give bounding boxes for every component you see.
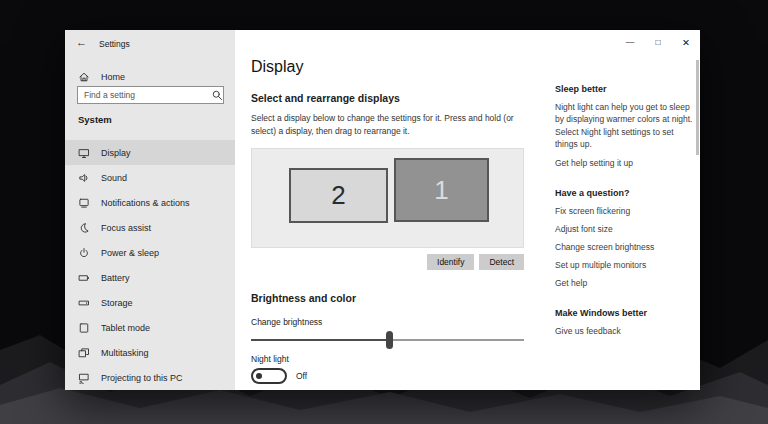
settings-content: — □ ✕ Display Select and rearrange displ… bbox=[235, 30, 700, 390]
projecting-icon bbox=[78, 372, 90, 384]
monitor-2[interactable]: 2 bbox=[289, 168, 388, 223]
sidebar-item-focus-assist[interactable]: Focus assist bbox=[65, 215, 235, 240]
search-input[interactable] bbox=[78, 90, 211, 100]
sidebar-section-system: System bbox=[78, 114, 112, 125]
sidebar-item-label: Projecting to this PC bbox=[101, 373, 183, 383]
focus-assist-icon bbox=[78, 222, 90, 234]
detect-button[interactable]: Detect bbox=[479, 254, 524, 270]
sidebar-item-battery[interactable]: Battery bbox=[65, 265, 235, 290]
have-a-question-heading: Have a question? bbox=[555, 188, 697, 198]
brightness-slider-fill bbox=[251, 339, 390, 341]
battery-icon bbox=[78, 272, 90, 284]
sidebar-item-power-sleep[interactable]: Power & sleep bbox=[65, 240, 235, 265]
sidebar-item-label: Focus assist bbox=[101, 223, 151, 233]
notifications-icon bbox=[78, 197, 90, 209]
sidebar-item-label: Multitasking bbox=[101, 348, 149, 358]
night-light-label: Night light bbox=[251, 354, 289, 364]
link-change-screen-brightness[interactable]: Change screen brightness bbox=[555, 242, 697, 252]
storage-icon bbox=[78, 297, 90, 309]
link-fix-screen-flickering[interactable]: Fix screen flickering bbox=[555, 206, 697, 216]
brightness-heading: Brightness and color bbox=[251, 292, 356, 304]
display-arrangement-canvas: 2 1 bbox=[251, 148, 524, 248]
sidebar-item-label: Storage bbox=[101, 298, 133, 308]
maximize-button[interactable]: □ bbox=[644, 30, 672, 54]
sidebar-item-notifications[interactable]: Notifications & actions bbox=[65, 190, 235, 215]
scrollbar-thumb[interactable] bbox=[696, 60, 699, 155]
sidebar-item-sound[interactable]: Sound bbox=[65, 165, 235, 190]
page-title: Display bbox=[251, 58, 303, 76]
night-light-state: Off bbox=[296, 371, 307, 381]
scrollbar-track bbox=[696, 56, 699, 388]
sleep-better-heading: Sleep better bbox=[555, 84, 697, 94]
identify-button[interactable]: Identify bbox=[427, 254, 474, 270]
rearrange-description: Select a display below to change the set… bbox=[251, 112, 531, 138]
sidebar-item-storage[interactable]: Storage bbox=[65, 290, 235, 315]
tablet-icon bbox=[78, 322, 90, 334]
sidebar-item-label: Notifications & actions bbox=[101, 198, 190, 208]
titlebar[interactable] bbox=[235, 30, 610, 56]
sleep-better-text: Night light can help you get to sleep by… bbox=[555, 101, 697, 150]
monitor-1[interactable]: 1 bbox=[394, 158, 489, 222]
sidebar-item-projecting[interactable]: Projecting to this PC bbox=[65, 365, 235, 390]
sound-icon bbox=[78, 172, 90, 184]
sidebar-item-label: Battery bbox=[101, 273, 130, 283]
sidebar-item-tablet-mode[interactable]: Tablet mode bbox=[65, 315, 235, 340]
minimize-button[interactable]: — bbox=[616, 30, 644, 54]
settings-window: ← Settings Home System Display Sound bbox=[65, 30, 700, 390]
sidebar-item-label: Tablet mode bbox=[101, 323, 150, 333]
night-light-toggle[interactable] bbox=[251, 368, 287, 384]
settings-sidebar: ← Settings Home System Display Sound bbox=[65, 30, 235, 390]
settings-search-box bbox=[77, 86, 224, 104]
sidebar-item-home[interactable]: Home bbox=[65, 66, 235, 88]
sidebar-item-label: Power & sleep bbox=[101, 248, 159, 258]
window-title: Settings bbox=[99, 39, 130, 49]
link-adjust-font-size[interactable]: Adjust font size bbox=[555, 224, 697, 234]
link-get-help[interactable]: Get help bbox=[555, 278, 697, 288]
night-light-row: Off bbox=[251, 368, 307, 384]
toggle-knob bbox=[256, 373, 262, 379]
home-icon bbox=[78, 71, 90, 83]
close-button[interactable]: ✕ bbox=[672, 30, 700, 54]
monitor-buttons-row: Identify Detect bbox=[251, 254, 524, 270]
sidebar-item-label: Sound bbox=[101, 173, 127, 183]
sidebar-item-display[interactable]: Display bbox=[65, 140, 235, 165]
window-controls: — □ ✕ bbox=[616, 30, 700, 54]
search-icon[interactable] bbox=[211, 89, 223, 101]
make-windows-better-heading: Make Windows better bbox=[555, 308, 697, 318]
sidebar-nav: Display Sound Notifications & actions Fo… bbox=[65, 140, 235, 390]
back-button[interactable]: ← bbox=[76, 37, 87, 48]
multitasking-icon bbox=[78, 347, 90, 359]
help-panel: Sleep better Night light can help you ge… bbox=[555, 84, 697, 336]
brightness-slider[interactable] bbox=[251, 330, 524, 350]
sidebar-home-label: Home bbox=[101, 72, 125, 82]
link-give-us-feedback[interactable]: Give us feedback bbox=[555, 326, 697, 336]
sidebar-item-multitasking[interactable]: Multitasking bbox=[65, 340, 235, 365]
link-get-help-setting-it-up[interactable]: Get help setting it up bbox=[555, 158, 697, 168]
brightness-slider-thumb[interactable] bbox=[386, 331, 393, 349]
link-set-up-multiple-monitors[interactable]: Set up multiple monitors bbox=[555, 260, 697, 270]
display-icon bbox=[78, 147, 90, 159]
power-icon bbox=[78, 247, 90, 259]
rearrange-heading: Select and rearrange displays bbox=[251, 92, 400, 104]
change-brightness-label: Change brightness bbox=[251, 317, 322, 327]
sidebar-item-label: Display bbox=[101, 148, 131, 158]
